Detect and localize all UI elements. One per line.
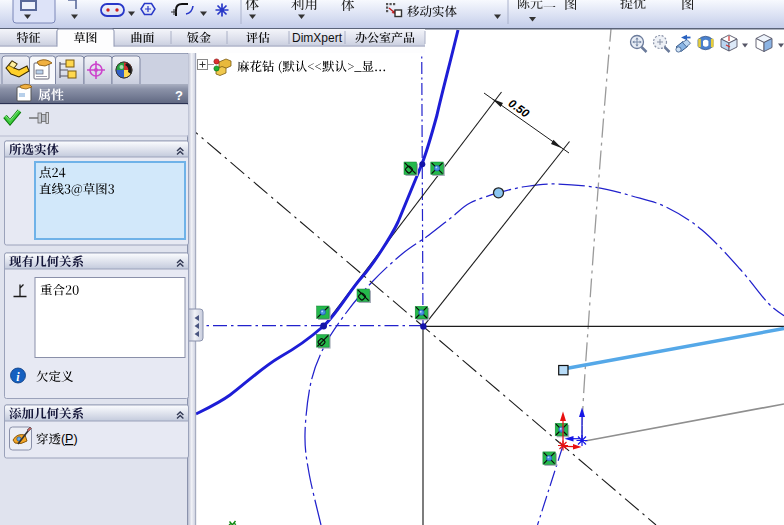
- svg-text:): ): [74, 432, 78, 446]
- svg-text:P: P: [65, 432, 73, 446]
- svg-text:?: ?: [175, 88, 183, 103]
- svg-text:DimXpert: DimXpert: [292, 31, 343, 45]
